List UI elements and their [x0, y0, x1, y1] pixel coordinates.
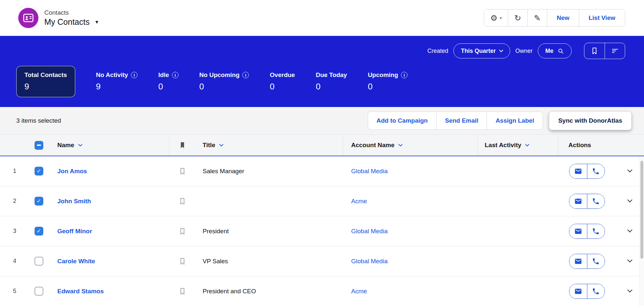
created-filter-dropdown[interactable]: This Quarter — [453, 43, 510, 58]
last-activity-cell — [478, 216, 558, 246]
kpi-tile[interactable]: Idle i 0 — [158, 71, 179, 92]
contact-name-link[interactable]: Carole White — [57, 258, 95, 265]
bookmark-icon[interactable] — [179, 226, 186, 236]
account-name-link[interactable]: Global Media — [351, 168, 388, 175]
table-row: 5 ✓ Edward Stamos President and CEO Acme — [0, 276, 644, 306]
call-button[interactable] — [587, 224, 605, 238]
contact-name-link[interactable]: John Smith — [57, 198, 91, 205]
kpi-value: 9 — [24, 82, 67, 92]
kpi-tile[interactable]: Overdue 0 — [270, 71, 295, 92]
list-view-button[interactable]: List View — [579, 9, 625, 26]
edit-button[interactable]: ✎ — [527, 9, 547, 26]
call-button[interactable] — [587, 254, 605, 268]
bookmark-icon — [179, 141, 186, 150]
kpi-label: Due Today — [316, 71, 347, 79]
kpi-tile[interactable]: No Upcoming i 0 — [199, 71, 249, 92]
kpi-tile[interactable]: Total Contacts 9 — [16, 66, 75, 97]
row-number: 1 — [0, 156, 29, 186]
row-expand-button[interactable] — [625, 285, 635, 297]
email-button[interactable] — [569, 194, 587, 208]
row-checkbox[interactable]: ✓ — [35, 227, 43, 236]
row-checkbox[interactable]: ✓ — [35, 197, 43, 206]
contacts-entity-icon — [18, 8, 38, 28]
row-checkbox[interactable]: ✓ — [35, 257, 43, 266]
row-checkbox[interactable]: ✓ — [35, 287, 43, 296]
account-name-link[interactable]: Acme — [351, 288, 367, 295]
bookmark-icon[interactable] — [179, 196, 186, 206]
chevron-down-icon — [525, 142, 529, 146]
call-button[interactable] — [587, 164, 605, 178]
info-icon[interactable]: i — [242, 72, 249, 78]
call-button[interactable] — [587, 284, 605, 298]
owner-filter-dropdown[interactable]: Me — [538, 43, 572, 58]
column-header-account[interactable]: Account Name — [343, 135, 478, 156]
send-email-button[interactable]: Send Email — [436, 112, 487, 130]
column-header-actions: Actions — [558, 135, 616, 156]
row-expand-button[interactable] — [625, 255, 635, 267]
assign-label-button[interactable]: Assign Label — [487, 112, 542, 130]
info-icon[interactable]: i — [172, 72, 179, 78]
contact-name-link[interactable]: Geoff Minor — [57, 228, 92, 235]
column-header-bookmark[interactable] — [169, 135, 195, 156]
owner-filter-value: Me — [545, 48, 553, 54]
bookmark-icon[interactable] — [179, 256, 186, 266]
account-name-link[interactable]: Global Media — [351, 228, 388, 235]
row-action-group — [569, 164, 605, 179]
column-header-name[interactable]: Name — [49, 135, 169, 156]
new-button[interactable]: New — [547, 9, 579, 26]
email-button[interactable] — [569, 164, 587, 178]
table-row: 4 ✓ Carole White VP Sales Global Media — [0, 246, 644, 276]
created-filter-label: Created — [427, 48, 448, 54]
row-expand-button[interactable] — [625, 195, 635, 207]
column-header-last-activity[interactable]: Last Activity — [478, 135, 558, 156]
info-icon[interactable]: i — [131, 72, 137, 78]
bookmark-icon[interactable] — [179, 286, 186, 296]
email-button[interactable] — [569, 254, 587, 268]
info-icon[interactable]: i — [401, 72, 408, 78]
contact-card-icon — [23, 12, 34, 23]
row-checkbox[interactable]: ✓ — [35, 167, 43, 176]
row-expand-button[interactable] — [625, 165, 635, 177]
email-button[interactable] — [569, 284, 587, 298]
bookmark-icon[interactable] — [179, 166, 186, 176]
kpi-tile[interactable]: Due Today 0 — [316, 71, 347, 92]
bookmark-cell — [169, 156, 195, 186]
kpi-tile[interactable]: No Activity i 9 — [96, 71, 138, 92]
contact-name-link[interactable]: Edward Stamos — [57, 288, 104, 295]
bookmark-filter-button[interactable] — [584, 43, 605, 59]
contacts-table: Name Title Account Name Last Activity — [0, 135, 644, 306]
row-expand-button[interactable] — [625, 225, 635, 237]
table-row: 1 ✓ Jon Amos Sales Manager Global Media — [0, 156, 644, 186]
contact-name-link[interactable]: Jon Amos — [57, 168, 87, 175]
account-name-link[interactable]: Acme — [351, 198, 367, 205]
last-activity-cell — [478, 276, 558, 306]
add-to-campaign-button[interactable]: Add to Campaign — [368, 112, 436, 130]
row-number: 3 — [0, 216, 29, 246]
kpi-label: No Activity — [96, 71, 128, 79]
envelope-icon — [574, 227, 582, 235]
list-settings-button[interactable]: ⚙ ▾ — [484, 9, 508, 26]
chevron-down-icon — [627, 227, 633, 233]
filter-panel-button[interactable] — [605, 43, 625, 59]
scrollbar-thumb[interactable] — [640, 161, 643, 259]
chevron-down-icon — [627, 197, 633, 203]
column-label: Last Activity — [485, 142, 521, 149]
refresh-button[interactable]: ↻ — [508, 9, 527, 26]
email-button[interactable] — [569, 224, 587, 238]
phone-icon — [592, 257, 600, 265]
kpi-label: No Upcoming — [199, 71, 240, 79]
account-name-link[interactable]: Global Media — [351, 258, 388, 265]
kpi-label: Upcoming — [368, 71, 398, 79]
row-action-group — [569, 254, 605, 269]
kpi-tile[interactable]: Upcoming i 0 — [368, 71, 408, 92]
column-header-title[interactable]: Title — [195, 135, 343, 156]
select-all-checkbox[interactable] — [35, 141, 43, 150]
sync-donoratlas-button[interactable]: Sync with DonorAtlas — [549, 111, 632, 130]
account-cell: Global Media — [343, 156, 478, 186]
owner-filter-label: Owner — [515, 48, 533, 54]
call-button[interactable] — [587, 194, 605, 208]
title-cell: Sales Manager — [195, 156, 343, 186]
header-actions: ⚙ ▾ ↻ ✎ New List View — [484, 9, 625, 27]
refresh-icon: ↻ — [514, 14, 521, 22]
view-selector-dropdown[interactable]: ▾ — [95, 18, 99, 26]
